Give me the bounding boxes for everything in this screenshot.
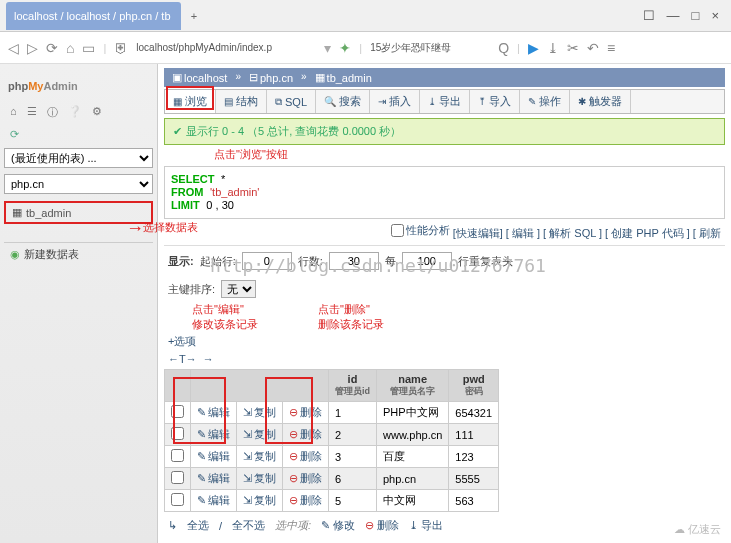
tabs-icon[interactable]: ▭	[82, 40, 95, 56]
tab-sql[interactable]: ⧉SQL	[267, 90, 316, 113]
select-all-link[interactable]: 全选	[187, 518, 209, 533]
prev-icon[interactable]: →	[203, 353, 214, 365]
play-icon[interactable]: ▶	[528, 40, 539, 56]
copy-button[interactable]: ⇲复制	[237, 468, 283, 490]
cut-icon[interactable]: ✂	[567, 40, 579, 56]
edit-selected-button[interactable]: ✎ 修改	[321, 518, 355, 533]
new-tab-button[interactable]: +	[181, 3, 207, 29]
minimize-icon[interactable]: —	[667, 8, 680, 23]
info-icon[interactable]: ⓘ	[47, 105, 58, 120]
delete-button[interactable]: ⊖删除	[283, 490, 329, 512]
table-footer-actions: ↳ 全选 / 全不选 选中项: ✎ 修改 ⊖ 删除 ⤓ 导出	[164, 512, 725, 539]
tab-structure[interactable]: ▤结构	[216, 90, 267, 113]
row-controls-bottom: 显示: 起始行: 行数: 每 行重复表头	[164, 539, 725, 543]
search-box[interactable]: 15岁少年恐吓继母	[370, 41, 490, 55]
copy-icon: ⇲	[243, 406, 252, 419]
edit-button[interactable]: ✎编辑	[191, 402, 237, 424]
th-name[interactable]: name管理员名字	[377, 370, 449, 402]
delete-button[interactable]: ⊖删除	[283, 424, 329, 446]
select-none-link[interactable]: 全不选	[232, 518, 265, 533]
repeat-header-input[interactable]	[402, 252, 452, 270]
browser-tab[interactable]: localhost / localhost / php.cn / tb	[6, 2, 181, 30]
new-table-button[interactable]: ◉ 新建数据表	[4, 242, 153, 266]
delete-icon: ⊖	[289, 472, 298, 485]
copy-button[interactable]: ⇲复制	[237, 424, 283, 446]
export-selected-button[interactable]: ⤓ 导出	[409, 518, 443, 533]
cell-pwd: 111	[449, 424, 499, 446]
menu-icon[interactable]: ≡	[607, 40, 615, 56]
profiling-checkbox[interactable]: 性能分析	[391, 223, 450, 238]
settings-icon[interactable]: ⚙	[92, 105, 102, 120]
close-icon[interactable]: ×	[711, 8, 719, 23]
copy-button[interactable]: ⇲复制	[237, 446, 283, 468]
crumb-db[interactable]: ⊟ php.cn	[249, 71, 293, 84]
tab-triggers[interactable]: ✱触发器	[570, 90, 631, 113]
delete-button[interactable]: ⊖删除	[283, 446, 329, 468]
row-checkbox[interactable]	[171, 471, 184, 484]
docs-icon[interactable]: ❔	[68, 105, 82, 120]
crumb-server[interactable]: ▣ localhost	[172, 71, 227, 84]
row-checkbox[interactable]	[171, 449, 184, 462]
back-icon[interactable]: ◁	[8, 40, 19, 56]
delete-button[interactable]: ⊖删除	[283, 402, 329, 424]
table-row: ✎编辑⇲复制⊖删除2www.php.cn111	[165, 424, 499, 446]
pencil-icon: ✎	[321, 519, 330, 531]
tab-insert[interactable]: ⇥插入	[370, 90, 420, 113]
home-icon[interactable]: ⌂	[66, 40, 74, 56]
perf-links[interactable]: [快速编辑] [ 编辑 ] [ 解析 SQL ] [ 创建 PHP 代码 ] […	[453, 227, 721, 239]
row-checkbox[interactable]	[171, 427, 184, 440]
url-bar[interactable]: localhost/phpMyAdmin/index.p	[136, 42, 316, 53]
num-rows-input[interactable]	[329, 252, 379, 270]
maximize-icon[interactable]: □	[692, 8, 700, 23]
copy-button[interactable]: ⇲复制	[237, 490, 283, 512]
sql-query-box: SELECT * FROM 'tb_admin' LIMIT 0 , 30	[164, 166, 725, 219]
recent-tables-select[interactable]: (最近使用的表) ...	[4, 148, 153, 168]
edit-button[interactable]: ✎编辑	[191, 490, 237, 512]
delete-icon: ⊖	[289, 428, 298, 441]
cell-pwd: 123	[449, 446, 499, 468]
sort-select[interactable]: 无	[221, 280, 256, 298]
cloud-icon: ☁	[674, 523, 685, 536]
copy-button[interactable]: ⇲复制	[237, 402, 283, 424]
edit-button[interactable]: ✎编辑	[191, 468, 237, 490]
tab-export[interactable]: ⤓导出	[420, 90, 470, 113]
crumb-table[interactable]: ▦ tb_admin	[315, 71, 372, 84]
th-pwd[interactable]: pwd密码	[449, 370, 499, 402]
options-link[interactable]: +选项	[164, 332, 725, 351]
content-tabs: ▦浏览 ▤结构 ⧉SQL 🔍搜索 ⇥插入 ⤓导出 ⤒导入 ✎操作 ✱触发器	[164, 89, 725, 114]
cell-id: 3	[329, 446, 377, 468]
database-select[interactable]: php.cn	[4, 174, 153, 194]
tab-import[interactable]: ⤒导入	[470, 90, 520, 113]
row-checkbox[interactable]	[171, 493, 184, 506]
pencil-icon: ✎	[197, 450, 206, 463]
refresh-icon[interactable]: ⟳	[10, 128, 19, 140]
delete-selected-button[interactable]: ⊖ 删除	[365, 518, 399, 533]
pencil-icon: ✎	[197, 494, 206, 507]
dropdown-icon[interactable]: ▾	[324, 40, 331, 56]
home-icon[interactable]: ⌂	[10, 105, 17, 120]
row-checkbox[interactable]	[171, 405, 184, 418]
tab-browse[interactable]: ▦浏览	[165, 90, 216, 113]
search-icon[interactable]: Q	[498, 40, 509, 56]
annotation-click-browse: 点击"浏览"按钮	[214, 147, 725, 162]
table-row: ✎编辑⇲复制⊖删除3百度123	[165, 446, 499, 468]
download-icon[interactable]: ⤓	[547, 40, 559, 56]
undo-icon[interactable]: ↶	[587, 40, 599, 56]
edit-button[interactable]: ✎编辑	[191, 446, 237, 468]
tab-search[interactable]: 🔍搜索	[316, 90, 370, 113]
delete-button[interactable]: ⊖删除	[283, 468, 329, 490]
start-row-input[interactable]	[242, 252, 292, 270]
reload-icon[interactable]: ⟳	[46, 40, 58, 56]
th-id[interactable]: id管理员id	[329, 370, 377, 402]
tab-operations[interactable]: ✎操作	[520, 90, 570, 113]
forward-icon[interactable]: ▷	[27, 40, 38, 56]
sql-icon[interactable]: ☰	[27, 105, 37, 120]
bookmark-icon[interactable]: ☐	[643, 8, 655, 23]
first-icon[interactable]: ←T→	[168, 353, 197, 365]
perf-bar: 性能分析 [快速编辑] [ 编辑 ] [ 解析 SQL ] [ 创建 PHP 代…	[164, 219, 725, 246]
copy-icon: ⇲	[243, 428, 252, 441]
sidebar-table-tb_admin[interactable]: ▦ tb_admin	[4, 201, 153, 224]
edit-button[interactable]: ✎编辑	[191, 424, 237, 446]
star-icon[interactable]: ✦	[339, 40, 351, 56]
copy-icon: ⇲	[243, 494, 252, 507]
